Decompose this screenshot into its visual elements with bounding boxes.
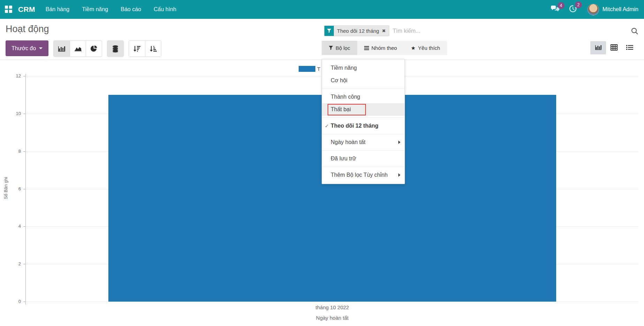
- sort-group: [129, 40, 161, 57]
- stacked-toggle-group: [107, 40, 124, 57]
- top-navbar: CRM Bán hàng Tiềm năng Báo cáo Cấu hình …: [0, 0, 644, 19]
- sort-amount-desc-icon: [133, 45, 141, 52]
- y-axis-line: [25, 74, 26, 305]
- filters-button-label: Bộ lọc: [336, 45, 350, 51]
- y-tick-label: 8: [3, 149, 21, 154]
- measure-dropdown-button[interactable]: Thước đo: [6, 40, 48, 56]
- highlight-red-box: Thất bại: [328, 104, 366, 115]
- menu-item-label: Đã lưu trữ: [331, 156, 356, 162]
- nav-item-config[interactable]: Cấu hình: [154, 6, 176, 13]
- database-icon: [112, 45, 119, 53]
- menu-item-label: Theo dõi 12 tháng: [331, 123, 378, 129]
- sort-desc-button[interactable]: [129, 41, 145, 56]
- apps-menu-icon[interactable]: [5, 6, 13, 13]
- menu-item-da-luu-tru[interactable]: Đã lưu trữ: [322, 152, 405, 165]
- bar-chart-icon: [58, 45, 66, 52]
- x-axis-title: Ngày hoàn tất: [108, 315, 556, 321]
- bars-icon: [364, 46, 369, 50]
- pie-chart-button[interactable]: [86, 41, 102, 56]
- menu-item-tiem-nang[interactable]: Tiềm năng: [322, 62, 405, 74]
- y-tick-mark: [23, 189, 25, 189]
- table-grid-icon: [611, 44, 618, 52]
- menu-item-label: Thêm Bộ lọc Tùy chỉnh: [331, 172, 388, 178]
- search-icon[interactable]: [631, 27, 638, 35]
- y-tick-mark: [23, 151, 25, 152]
- chevron-down-icon: [39, 47, 43, 49]
- view-switcher: [590, 41, 637, 54]
- submenu-caret-icon: [398, 173, 400, 177]
- activities-button[interactable]: 2: [569, 5, 577, 14]
- y-tick-mark: [23, 76, 25, 76]
- search-options-toolbar: Bộ lọc Nhóm theo ★ Yêu thích: [322, 41, 447, 55]
- menu-item-label: Cơ hội: [331, 77, 347, 84]
- filter-icon: [329, 46, 333, 50]
- nav-item-reports[interactable]: Báo cáo: [121, 6, 141, 13]
- messages-button[interactable]: 4: [551, 5, 560, 14]
- filter-facet-icon: [324, 26, 334, 36]
- y-tick-mark: [23, 264, 25, 264]
- bar-chart-icon: [595, 44, 602, 51]
- y-tick-label: 12: [3, 73, 21, 78]
- favorites-button[interactable]: ★ Yêu thích: [404, 41, 447, 55]
- y-tick-label: 2: [3, 261, 21, 266]
- y-tick-mark: [23, 114, 25, 114]
- menu-divider: [322, 167, 405, 167]
- area-chart-icon: [74, 45, 82, 52]
- legend-label: T: [317, 66, 320, 72]
- menu-item-label: Tiềm năng: [331, 65, 357, 71]
- y-tick-mark: [23, 226, 25, 227]
- y-tick-label: 10: [3, 111, 21, 116]
- pie-chart-icon: [90, 45, 98, 52]
- menu-item-that-bai[interactable]: Thất bại: [322, 103, 405, 116]
- y-tick-label: 6: [3, 186, 21, 191]
- menu-item-ngay-hoan-tat[interactable]: Ngày hoàn tất: [322, 136, 405, 149]
- list-view-button[interactable]: [622, 41, 637, 54]
- sort-asc-button[interactable]: [145, 41, 161, 56]
- filters-dropdown-menu: Tiềm năng Cơ hội Thành công Thất bại ✓ T…: [322, 59, 405, 184]
- chart-legend[interactable]: T: [299, 66, 320, 72]
- stacked-button[interactable]: [107, 41, 123, 56]
- facet-label: Theo dõi 12 tháng: [337, 28, 379, 34]
- y-tick-mark: [23, 302, 25, 302]
- menu-item-label: Thất bại: [331, 106, 351, 113]
- nav-item-leads[interactable]: Tiềm năng: [82, 6, 108, 13]
- facet-remove-icon[interactable]: ✖: [382, 28, 386, 33]
- menu-item-thanh-cong[interactable]: Thành công: [322, 91, 405, 103]
- control-panel: Hoạt động Thước đo: [0, 19, 644, 60]
- list-icon: [626, 45, 633, 51]
- group-by-button[interactable]: Nhóm theo: [357, 41, 404, 55]
- measure-button-label: Thước đo: [12, 45, 36, 52]
- messages-badge: 4: [558, 2, 565, 9]
- sort-amount-asc-icon: [150, 45, 157, 52]
- graph-view-button[interactable]: [590, 41, 606, 54]
- menu-divider: [322, 134, 405, 134]
- search-input[interactable]: [393, 28, 628, 34]
- search-bar: Theo dõi 12 tháng ✖: [324, 25, 638, 36]
- menu-item-them-bo-loc-tuy-chinh[interactable]: Thêm Bộ lọc Tùy chỉnh: [322, 169, 405, 181]
- legend-swatch: [299, 66, 315, 72]
- page-title: Hoạt động: [6, 24, 49, 35]
- app-brand[interactable]: CRM: [18, 5, 35, 14]
- filters-button[interactable]: Bộ lọc: [322, 41, 357, 55]
- area-chart-button[interactable]: [70, 41, 86, 56]
- activities-badge: 2: [575, 1, 582, 8]
- menu-divider: [322, 117, 405, 118]
- group-by-button-label: Nhóm theo: [371, 45, 397, 51]
- nav-item-sales[interactable]: Bán hàng: [46, 6, 70, 13]
- bar-chart-button[interactable]: [54, 41, 70, 56]
- menu-item-co-hoi[interactable]: Cơ hội: [322, 74, 405, 87]
- y-tick-label: 0: [3, 299, 21, 304]
- star-icon: ★: [411, 45, 415, 51]
- user-avatar[interactable]: [588, 4, 599, 15]
- user-name[interactable]: Mitchell Admin: [603, 6, 638, 13]
- favorites-button-label: Yêu thích: [418, 45, 440, 51]
- y-tick-label: 4: [3, 223, 21, 229]
- x-tick-label: tháng 10 2022: [108, 304, 556, 310]
- chart-type-group: [53, 40, 102, 57]
- search-facet[interactable]: Theo dõi 12 tháng ✖: [324, 25, 389, 36]
- pivot-view-button[interactable]: [606, 41, 622, 54]
- submenu-caret-icon: [398, 141, 400, 144]
- menu-item-label: Thành công: [331, 94, 360, 100]
- menu-item-theo-doi-12-thang[interactable]: ✓ Theo dõi 12 tháng: [322, 120, 405, 132]
- gridline: [25, 302, 638, 302]
